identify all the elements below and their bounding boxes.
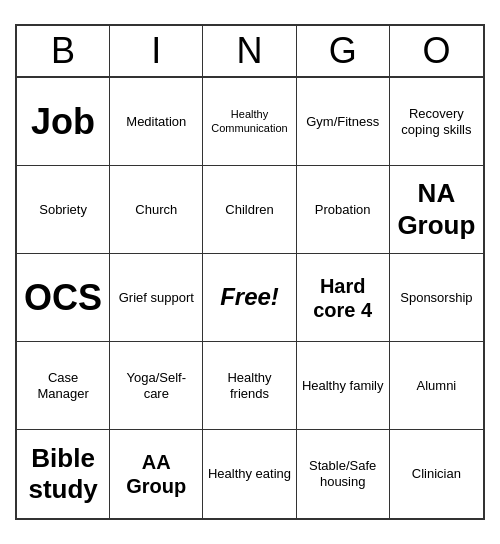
cell-text: Job (31, 100, 95, 143)
cell-text: Bible study (21, 443, 105, 505)
cell-text: Stable/Safe housing (301, 458, 385, 489)
cell-text: Hard core 4 (301, 274, 385, 322)
bingo-cell: OCS (17, 254, 110, 342)
cell-text: Probation (315, 202, 371, 218)
header-letter: B (17, 26, 110, 76)
cell-text: Case Manager (21, 370, 105, 401)
cell-text: Recovery coping skills (394, 106, 479, 137)
bingo-cell: Healthy friends (203, 342, 296, 430)
cell-text: AA Group (114, 450, 198, 498)
bingo-cell: Grief support (110, 254, 203, 342)
cell-text: Healthy Communication (207, 108, 291, 134)
header-letter: O (390, 26, 483, 76)
bingo-grid: JobMeditationHealthy CommunicationGym/Fi… (17, 78, 483, 518)
cell-text: Sponsorship (400, 290, 472, 306)
bingo-cell: NA Group (390, 166, 483, 254)
cell-text: Meditation (126, 114, 186, 130)
bingo-cell: Alumni (390, 342, 483, 430)
header-letter: G (297, 26, 390, 76)
cell-text: Grief support (119, 290, 194, 306)
cell-text: Children (225, 202, 273, 218)
cell-text: Healthy friends (207, 370, 291, 401)
bingo-cell: Recovery coping skills (390, 78, 483, 166)
bingo-cell: Healthy Communication (203, 78, 296, 166)
bingo-cell: Case Manager (17, 342, 110, 430)
bingo-cell: Job (17, 78, 110, 166)
bingo-card: BINGO JobMeditationHealthy Communication… (15, 24, 485, 520)
cell-text: NA Group (394, 178, 479, 240)
bingo-cell: Probation (297, 166, 390, 254)
cell-text: OCS (24, 276, 102, 319)
header-letter: N (203, 26, 296, 76)
cell-text: Church (135, 202, 177, 218)
cell-text: Healthy eating (208, 466, 291, 482)
bingo-header: BINGO (17, 26, 483, 78)
bingo-cell: Free! (203, 254, 296, 342)
cell-text: Yoga/Self-care (114, 370, 198, 401)
bingo-cell: Bible study (17, 430, 110, 518)
cell-text: Clinician (412, 466, 461, 482)
cell-text: Sobriety (39, 202, 87, 218)
bingo-cell: Stable/Safe housing (297, 430, 390, 518)
bingo-cell: Children (203, 166, 296, 254)
cell-text: Healthy family (302, 378, 384, 394)
header-letter: I (110, 26, 203, 76)
bingo-cell: Clinician (390, 430, 483, 518)
bingo-cell: Church (110, 166, 203, 254)
bingo-cell: AA Group (110, 430, 203, 518)
cell-text: Free! (220, 283, 279, 312)
bingo-cell: Hard core 4 (297, 254, 390, 342)
bingo-cell: Sponsorship (390, 254, 483, 342)
bingo-cell: Healthy eating (203, 430, 296, 518)
bingo-cell: Sobriety (17, 166, 110, 254)
bingo-cell: Meditation (110, 78, 203, 166)
cell-text: Alumni (417, 378, 457, 394)
bingo-cell: Gym/Fitness (297, 78, 390, 166)
bingo-cell: Healthy family (297, 342, 390, 430)
cell-text: Gym/Fitness (306, 114, 379, 130)
bingo-cell: Yoga/Self-care (110, 342, 203, 430)
